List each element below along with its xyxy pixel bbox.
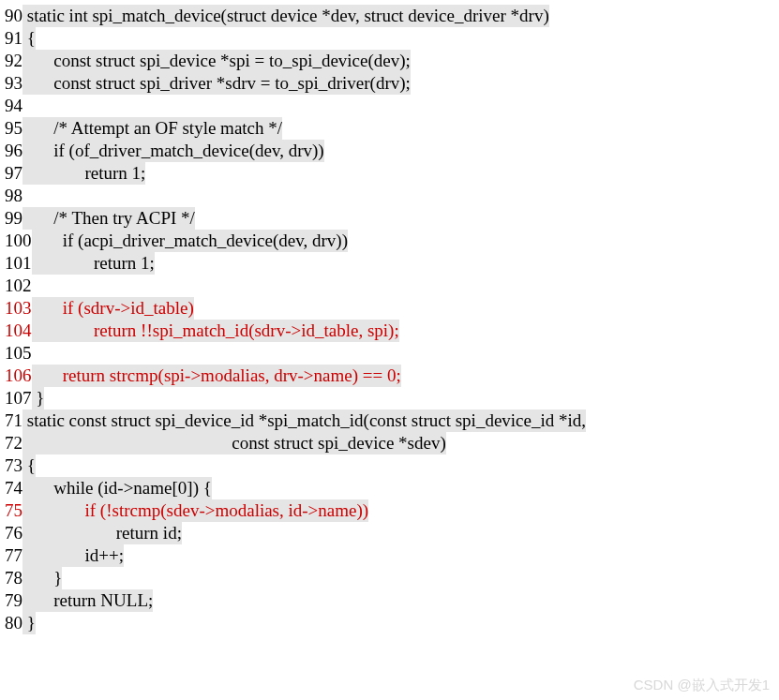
code-text: const struct spi_device *spi = to_spi_de… bbox=[22, 50, 411, 72]
line-number: 73 bbox=[5, 454, 22, 477]
line-number: 72 bbox=[5, 432, 22, 454]
code-line: 107 } bbox=[5, 387, 774, 410]
code-line: 77 id++; bbox=[5, 544, 774, 567]
line-number: 76 bbox=[5, 522, 22, 544]
line-number: 77 bbox=[5, 544, 22, 567]
line-number: 100 bbox=[5, 230, 32, 252]
line-number: 95 bbox=[5, 117, 22, 140]
code-text: return !!spi_match_id(sdrv->id_table, sp… bbox=[32, 320, 399, 342]
line-number: 79 bbox=[5, 589, 22, 612]
code-text: const struct spi_driver *sdrv = to_spi_d… bbox=[22, 72, 411, 95]
line-number: 107 bbox=[5, 387, 32, 410]
code-text: return 1; bbox=[22, 162, 145, 185]
line-number: 97 bbox=[5, 162, 22, 185]
line-number: 101 bbox=[5, 252, 32, 275]
code-line: 105 bbox=[5, 342, 774, 365]
line-number: 91 bbox=[5, 27, 22, 50]
line-number: 98 bbox=[5, 185, 22, 207]
code-line: 98 bbox=[5, 185, 774, 207]
code-line: 96 if (of_driver_match_device(dev, drv)) bbox=[5, 140, 774, 162]
line-number: 94 bbox=[5, 95, 22, 117]
code-text: /* Attempt an OF style match */ bbox=[22, 117, 282, 140]
code-text: { bbox=[22, 27, 36, 50]
code-line: 76 return id; bbox=[5, 522, 774, 544]
code-line: 91 { bbox=[5, 27, 774, 50]
code-text: id++; bbox=[22, 544, 124, 567]
line-number: 102 bbox=[5, 275, 32, 297]
code-text: return 1; bbox=[32, 252, 155, 275]
code-text: if (of_driver_match_device(dev, drv)) bbox=[22, 140, 324, 162]
code-line: 97 return 1; bbox=[5, 162, 774, 185]
code-line: 102 bbox=[5, 275, 774, 297]
code-line: 71 static const struct spi_device_id *sp… bbox=[5, 410, 774, 432]
code-listing: 90 static int spi_match_device(struct de… bbox=[5, 5, 774, 634]
code-text: } bbox=[22, 612, 36, 634]
line-number: 99 bbox=[5, 207, 22, 230]
code-text: if (sdrv->id_table) bbox=[32, 297, 194, 320]
code-line: 72 const struct spi_device *sdev) bbox=[5, 432, 774, 454]
code-line: 75 if (!strcmp(sdev->modalias, id->name)… bbox=[5, 499, 774, 522]
code-line: 80 } bbox=[5, 612, 774, 634]
line-number: 106 bbox=[5, 365, 32, 387]
code-line: 92 const struct spi_device *spi = to_spi… bbox=[5, 50, 774, 72]
line-number: 80 bbox=[5, 612, 22, 634]
code-line: 74 while (id->name[0]) { bbox=[5, 477, 774, 499]
code-text: const struct spi_device *sdev) bbox=[22, 432, 446, 454]
line-number: 71 bbox=[5, 410, 22, 432]
code-line: 99 /* Then try ACPI */ bbox=[5, 207, 774, 230]
code-line: 106 return strcmp(spi->modalias, drv->na… bbox=[5, 365, 774, 387]
code-line: 79 return NULL; bbox=[5, 589, 774, 612]
line-number: 104 bbox=[5, 320, 32, 342]
code-text: } bbox=[32, 387, 45, 410]
line-number: 93 bbox=[5, 72, 22, 95]
line-number: 74 bbox=[5, 477, 22, 499]
code-text: /* Then try ACPI */ bbox=[22, 207, 195, 230]
line-number: 75 bbox=[5, 499, 22, 522]
code-line: 94 bbox=[5, 95, 774, 117]
line-number: 78 bbox=[5, 567, 22, 589]
line-number: 90 bbox=[5, 5, 22, 27]
code-line: 101 return 1; bbox=[5, 252, 774, 275]
code-line: 78 } bbox=[5, 567, 774, 589]
code-line: 93 const struct spi_driver *sdrv = to_sp… bbox=[5, 72, 774, 95]
code-line: 90 static int spi_match_device(struct de… bbox=[5, 5, 774, 27]
code-text: while (id->name[0]) { bbox=[22, 477, 212, 499]
code-line: 104 return !!spi_match_id(sdrv->id_table… bbox=[5, 320, 774, 342]
code-text: return NULL; bbox=[22, 589, 153, 612]
line-number: 96 bbox=[5, 140, 22, 162]
code-line: 95 /* Attempt an OF style match */ bbox=[5, 117, 774, 140]
code-line: 73 { bbox=[5, 454, 774, 477]
code-text: return strcmp(spi->modalias, drv->name) … bbox=[32, 365, 401, 387]
line-number: 103 bbox=[5, 297, 32, 320]
code-text: { bbox=[22, 454, 36, 477]
code-text: } bbox=[22, 567, 62, 589]
code-line: 103 if (sdrv->id_table) bbox=[5, 297, 774, 320]
line-number: 92 bbox=[5, 50, 22, 72]
line-number: 105 bbox=[5, 342, 32, 365]
code-line: 100 if (acpi_driver_match_device(dev, dr… bbox=[5, 230, 774, 252]
code-text: if (acpi_driver_match_device(dev, drv)) bbox=[32, 230, 348, 252]
code-text: static const struct spi_device_id *spi_m… bbox=[22, 410, 586, 432]
code-text: static int spi_match_device(struct devic… bbox=[22, 5, 549, 27]
code-text: return id; bbox=[22, 522, 182, 544]
code-text: if (!strcmp(sdev->modalias, id->name)) bbox=[22, 499, 368, 522]
